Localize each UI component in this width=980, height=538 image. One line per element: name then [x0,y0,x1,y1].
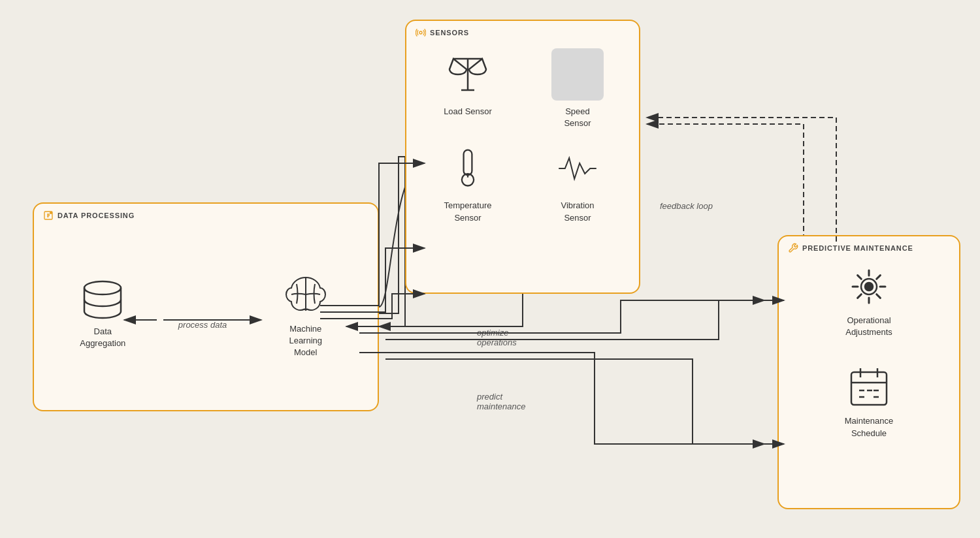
processing-icon [43,210,54,221]
pm-item-maintenance: MaintenanceSchedule [845,364,893,439]
svg-point-3 [419,31,422,34]
sensor-item-temperature: TemperatureSensor [419,142,516,223]
sensors-title: SENSORS [430,29,469,37]
svg-rect-16 [851,372,887,405]
calendar-icon [846,364,892,410]
pred-maint-title: PREDICTIVE MAINTENANCE [802,244,913,252]
temperature-sensor-icon-wrap [442,142,494,195]
feedback-loop-label: feedback loop [660,201,713,211]
pm-item-operational: OperationalAdjustments [845,264,892,338]
predict-maintenance-label: predictmaintenance [477,392,525,411]
sensor-item-speed: SpeedSensor [529,48,626,129]
speed-sensor-label: SpeedSensor [564,106,591,129]
pm-content: OperationalAdjustments MaintenanceSchedu… [779,257,959,452]
vibration-sensor-icon-wrap [551,142,604,195]
speed-sensor-icon-wrap [551,48,604,101]
scale-icon [447,54,489,95]
data-processing-box: DATA PROCESSING DataAggregation process … [33,202,379,411]
sensors-icon [416,27,426,38]
sensor-item-vibration: VibrationSensor [529,142,626,223]
sensor-grid: Load Sensor SpeedSensor TemperatureSenso… [406,42,639,237]
process-data-label: process data [178,320,227,330]
brain-icon [280,271,332,317]
data-processing-header: DATA PROCESSING [34,204,378,225]
predictive-maintenance-box: PREDICTIVE MAINTENANCE OperationalAdjust… [777,235,960,509]
pred-maint-header: PREDICTIVE MAINTENANCE [779,236,959,257]
load-sensor-icon-wrap [442,48,494,101]
svg-point-12 [84,281,121,294]
dp-aggregation-label: DataAggregation [80,326,125,349]
pm-maintenance-label: MaintenanceSchedule [845,415,893,439]
dp-content: DataAggregation process data MachineLear… [34,225,378,405]
thermometer-icon [451,148,484,189]
temperature-sensor-label: TemperatureSensor [444,200,492,223]
wrench-icon [788,243,798,253]
dp-ml-label: MachineLearningModel [289,323,322,359]
data-processing-title: DATA PROCESSING [57,212,135,219]
dp-item-ml: MachineLearningModel [280,271,332,359]
pm-operational-label: OperationalAdjustments [845,315,892,338]
vibration-icon [557,148,598,189]
load-sensor-label: Load Sensor [444,106,492,118]
svg-rect-7 [464,150,472,175]
gear-icon [846,264,892,309]
svg-point-11 [50,212,52,214]
diagram-container: SENSORS Load Sensor [0,0,980,538]
svg-point-15 [865,283,873,291]
database-icon [80,280,125,319]
sensor-item-load: Load Sensor [419,48,516,129]
sensors-box: SENSORS Load Sensor [405,20,640,294]
sensors-header: SENSORS [406,21,639,42]
optimize-operations-label: optimizeoperations [477,328,517,347]
vibration-sensor-label: VibrationSensor [561,200,594,223]
dp-item-aggregation: DataAggregation [80,280,125,349]
